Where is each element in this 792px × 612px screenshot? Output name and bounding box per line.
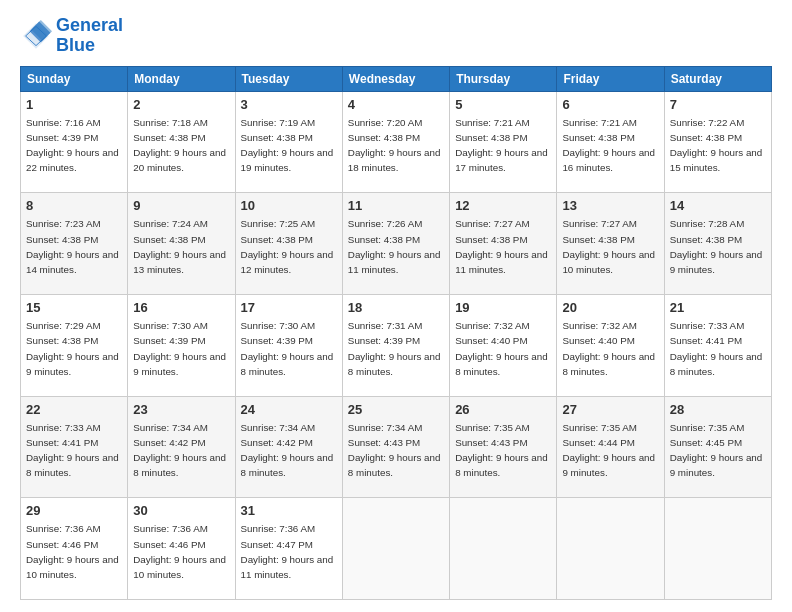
day-info: Sunrise: 7:28 AMSunset: 4:38 PMDaylight:… [670, 218, 763, 275]
day-number: 1 [26, 96, 122, 114]
calendar-cell [557, 498, 664, 600]
day-header-tuesday: Tuesday [235, 66, 342, 91]
day-info: Sunrise: 7:27 AMSunset: 4:38 PMDaylight:… [562, 218, 655, 275]
day-number: 15 [26, 299, 122, 317]
day-number: 22 [26, 401, 122, 419]
calendar-cell: 30Sunrise: 7:36 AMSunset: 4:46 PMDayligh… [128, 498, 235, 600]
day-info: Sunrise: 7:34 AMSunset: 4:43 PMDaylight:… [348, 422, 441, 479]
day-info: Sunrise: 7:36 AMSunset: 4:47 PMDaylight:… [241, 523, 334, 580]
calendar-cell: 1Sunrise: 7:16 AMSunset: 4:39 PMDaylight… [21, 91, 128, 193]
day-number: 5 [455, 96, 551, 114]
day-number: 30 [133, 502, 229, 520]
calendar-cell [342, 498, 449, 600]
week-row-2: 8Sunrise: 7:23 AMSunset: 4:38 PMDaylight… [21, 193, 772, 295]
day-info: Sunrise: 7:22 AMSunset: 4:38 PMDaylight:… [670, 117, 763, 174]
calendar-cell: 21Sunrise: 7:33 AMSunset: 4:41 PMDayligh… [664, 294, 771, 396]
day-info: Sunrise: 7:27 AMSunset: 4:38 PMDaylight:… [455, 218, 548, 275]
day-number: 19 [455, 299, 551, 317]
week-row-4: 22Sunrise: 7:33 AMSunset: 4:41 PMDayligh… [21, 396, 772, 498]
day-info: Sunrise: 7:29 AMSunset: 4:38 PMDaylight:… [26, 320, 119, 377]
calendar-cell: 19Sunrise: 7:32 AMSunset: 4:40 PMDayligh… [450, 294, 557, 396]
calendar-cell [664, 498, 771, 600]
day-number: 24 [241, 401, 337, 419]
day-number: 14 [670, 197, 766, 215]
day-header-wednesday: Wednesday [342, 66, 449, 91]
day-number: 20 [562, 299, 658, 317]
day-info: Sunrise: 7:16 AMSunset: 4:39 PMDaylight:… [26, 117, 119, 174]
logo-icon [20, 20, 52, 52]
day-number: 17 [241, 299, 337, 317]
day-number: 12 [455, 197, 551, 215]
day-number: 3 [241, 96, 337, 114]
calendar-cell: 2Sunrise: 7:18 AMSunset: 4:38 PMDaylight… [128, 91, 235, 193]
day-info: Sunrise: 7:35 AMSunset: 4:45 PMDaylight:… [670, 422, 763, 479]
calendar-cell: 3Sunrise: 7:19 AMSunset: 4:38 PMDaylight… [235, 91, 342, 193]
day-number: 8 [26, 197, 122, 215]
calendar-cell: 15Sunrise: 7:29 AMSunset: 4:38 PMDayligh… [21, 294, 128, 396]
day-info: Sunrise: 7:35 AMSunset: 4:44 PMDaylight:… [562, 422, 655, 479]
day-info: Sunrise: 7:23 AMSunset: 4:38 PMDaylight:… [26, 218, 119, 275]
day-info: Sunrise: 7:24 AMSunset: 4:38 PMDaylight:… [133, 218, 226, 275]
calendar-cell: 9Sunrise: 7:24 AMSunset: 4:38 PMDaylight… [128, 193, 235, 295]
day-number: 21 [670, 299, 766, 317]
calendar-cell: 22Sunrise: 7:33 AMSunset: 4:41 PMDayligh… [21, 396, 128, 498]
day-number: 16 [133, 299, 229, 317]
logo-text: General Blue [56, 16, 123, 56]
day-info: Sunrise: 7:36 AMSunset: 4:46 PMDaylight:… [26, 523, 119, 580]
day-number: 23 [133, 401, 229, 419]
day-info: Sunrise: 7:35 AMSunset: 4:43 PMDaylight:… [455, 422, 548, 479]
day-info: Sunrise: 7:36 AMSunset: 4:46 PMDaylight:… [133, 523, 226, 580]
page: General Blue SundayMondayTuesdayWednesda… [0, 0, 792, 612]
day-info: Sunrise: 7:34 AMSunset: 4:42 PMDaylight:… [241, 422, 334, 479]
calendar-cell: 31Sunrise: 7:36 AMSunset: 4:47 PMDayligh… [235, 498, 342, 600]
day-number: 9 [133, 197, 229, 215]
day-info: Sunrise: 7:30 AMSunset: 4:39 PMDaylight:… [241, 320, 334, 377]
header: General Blue [20, 16, 772, 56]
calendar-cell: 6Sunrise: 7:21 AMSunset: 4:38 PMDaylight… [557, 91, 664, 193]
day-number: 25 [348, 401, 444, 419]
day-number: 10 [241, 197, 337, 215]
day-info: Sunrise: 7:32 AMSunset: 4:40 PMDaylight:… [562, 320, 655, 377]
calendar-cell: 7Sunrise: 7:22 AMSunset: 4:38 PMDaylight… [664, 91, 771, 193]
calendar-cell: 16Sunrise: 7:30 AMSunset: 4:39 PMDayligh… [128, 294, 235, 396]
calendar-cell: 12Sunrise: 7:27 AMSunset: 4:38 PMDayligh… [450, 193, 557, 295]
day-info: Sunrise: 7:26 AMSunset: 4:38 PMDaylight:… [348, 218, 441, 275]
calendar-cell: 5Sunrise: 7:21 AMSunset: 4:38 PMDaylight… [450, 91, 557, 193]
calendar-cell: 13Sunrise: 7:27 AMSunset: 4:38 PMDayligh… [557, 193, 664, 295]
calendar-cell: 24Sunrise: 7:34 AMSunset: 4:42 PMDayligh… [235, 396, 342, 498]
day-header-saturday: Saturday [664, 66, 771, 91]
calendar-cell: 28Sunrise: 7:35 AMSunset: 4:45 PMDayligh… [664, 396, 771, 498]
day-info: Sunrise: 7:20 AMSunset: 4:38 PMDaylight:… [348, 117, 441, 174]
calendar-cell: 26Sunrise: 7:35 AMSunset: 4:43 PMDayligh… [450, 396, 557, 498]
calendar-cell: 29Sunrise: 7:36 AMSunset: 4:46 PMDayligh… [21, 498, 128, 600]
calendar-cell: 25Sunrise: 7:34 AMSunset: 4:43 PMDayligh… [342, 396, 449, 498]
day-info: Sunrise: 7:33 AMSunset: 4:41 PMDaylight:… [26, 422, 119, 479]
day-number: 31 [241, 502, 337, 520]
day-number: 26 [455, 401, 551, 419]
day-info: Sunrise: 7:21 AMSunset: 4:38 PMDaylight:… [455, 117, 548, 174]
day-info: Sunrise: 7:19 AMSunset: 4:38 PMDaylight:… [241, 117, 334, 174]
calendar-cell: 27Sunrise: 7:35 AMSunset: 4:44 PMDayligh… [557, 396, 664, 498]
calendar-cell: 4Sunrise: 7:20 AMSunset: 4:38 PMDaylight… [342, 91, 449, 193]
day-header-friday: Friday [557, 66, 664, 91]
day-header-thursday: Thursday [450, 66, 557, 91]
calendar-table: SundayMondayTuesdayWednesdayThursdayFrid… [20, 66, 772, 600]
day-info: Sunrise: 7:31 AMSunset: 4:39 PMDaylight:… [348, 320, 441, 377]
calendar-cell: 8Sunrise: 7:23 AMSunset: 4:38 PMDaylight… [21, 193, 128, 295]
day-number: 29 [26, 502, 122, 520]
day-info: Sunrise: 7:25 AMSunset: 4:38 PMDaylight:… [241, 218, 334, 275]
calendar-cell: 11Sunrise: 7:26 AMSunset: 4:38 PMDayligh… [342, 193, 449, 295]
calendar-cell: 14Sunrise: 7:28 AMSunset: 4:38 PMDayligh… [664, 193, 771, 295]
week-row-1: 1Sunrise: 7:16 AMSunset: 4:39 PMDaylight… [21, 91, 772, 193]
calendar-cell: 18Sunrise: 7:31 AMSunset: 4:39 PMDayligh… [342, 294, 449, 396]
day-info: Sunrise: 7:18 AMSunset: 4:38 PMDaylight:… [133, 117, 226, 174]
calendar-cell: 20Sunrise: 7:32 AMSunset: 4:40 PMDayligh… [557, 294, 664, 396]
logo: General Blue [20, 16, 123, 56]
day-number: 7 [670, 96, 766, 114]
day-number: 4 [348, 96, 444, 114]
day-number: 27 [562, 401, 658, 419]
day-info: Sunrise: 7:33 AMSunset: 4:41 PMDaylight:… [670, 320, 763, 377]
day-info: Sunrise: 7:21 AMSunset: 4:38 PMDaylight:… [562, 117, 655, 174]
day-info: Sunrise: 7:34 AMSunset: 4:42 PMDaylight:… [133, 422, 226, 479]
day-number: 18 [348, 299, 444, 317]
